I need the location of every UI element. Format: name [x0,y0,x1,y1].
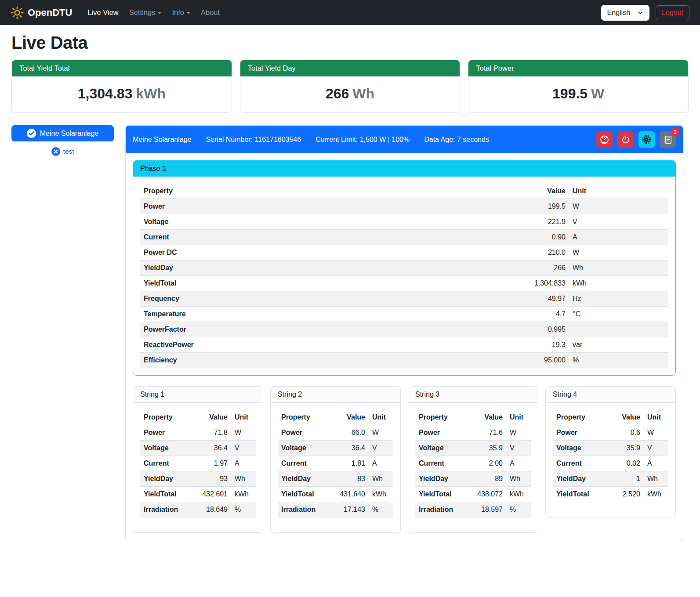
table-row: PowerFactor0.995 [140,322,668,337]
table-cell: YieldTotal [140,487,191,502]
table-cell: Power [140,199,512,214]
navbar-right: English Logout [601,5,689,21]
cpu-icon [642,134,652,145]
table-row: Voltage36.4V [140,441,256,456]
logout-button[interactable]: Logout [656,5,689,20]
table-cell: 199.5 [512,199,569,214]
table-cell: W [369,425,393,441]
table-cell: kWh [644,487,668,502]
table-cell: W [644,425,668,441]
table-header-row: PropertyValueUnit [140,410,256,425]
table-cell: % [506,502,531,517]
caret-down-icon [158,12,161,14]
table-cell: V [506,441,531,456]
table-row: Voltage36.4V [278,441,393,456]
table-cell: Irradiation [140,502,191,517]
table-cell: Irradiation [278,502,329,517]
table-cell: Voltage [140,214,512,230]
nav-item-live-view[interactable]: Live View [83,5,122,20]
column-header: Unit [569,184,668,199]
inverter-card-body: Phase 1 PropertyValueUnitPower199.5WVolt… [126,153,683,541]
column-header: Property [415,410,466,425]
column-header: Property [553,410,608,425]
inverter-card: Meine Solaranlage Serial Number: 1161716… [125,125,683,541]
table-cell: Current [140,456,191,471]
table-row: Irradiation18.597% [415,502,531,517]
table-cell: Wh [644,471,668,487]
language-select[interactable]: English [601,5,649,21]
table-row: YieldTotal1,304.833kWh [140,276,668,291]
table-row: YieldDay83Wh [278,471,393,487]
table-cell: kWh [369,487,393,502]
column-header: Value [512,184,569,199]
table-row: YieldDay1Wh [553,471,668,487]
table-cell: A [231,456,256,471]
data-table: PropertyValueUnitPower199.5WVoltage221.9… [140,184,668,368]
navbar: OpenDTU Live View Settings Info About En… [0,0,700,25]
table-cell [569,322,668,337]
table-cell: Voltage [553,441,608,456]
table-row: YieldTotal432.601kWh [140,487,256,502]
table-cell: W [569,199,668,214]
event-log-button[interactable]: 2 [660,131,676,148]
column-header: Value [608,410,644,425]
chevron-down-icon [637,10,643,16]
table-row: YieldTotal431.640kWh [278,487,393,502]
table-cell: 18.649 [191,502,231,517]
table-row: YieldDay93Wh [140,471,256,487]
summary-card-total-yield-day: Total Yield Day 266Wh [240,60,461,113]
table-cell: Wh [569,261,668,276]
table-row: YieldTotal2.520kWh [553,487,668,502]
table-row: Power DC210.0W [140,245,668,261]
table-row: Power199.5W [140,199,668,214]
table-row: Irradiation18.649% [140,502,256,517]
data-table: PropertyValueUnitPower66.0WVoltage36.4VC… [278,410,393,517]
table-cell: Voltage [415,441,466,456]
caret-down-icon [187,12,190,14]
table-cell: A [644,456,668,471]
string-card-body: PropertyValueUnitPower71.8WVoltage36.4VC… [133,403,263,532]
sidebar-item-meine-solaranlage[interactable]: Meine Solaranlage [11,125,114,141]
table-cell: Voltage [140,441,191,456]
nav-item-about[interactable]: About [197,5,224,20]
inverter-name: Meine Solaranlage [133,136,191,144]
table-cell: 83 [329,471,369,487]
string-card-body: PropertyValueUnitPower0.6WVoltage35.9VCu… [546,403,675,517]
power-button[interactable] [617,131,634,148]
sidebar-item-label: Meine Solaranlage [40,130,98,137]
table-cell: 1,304.833 [512,276,569,291]
nav-item-info[interactable]: Info [168,5,194,20]
column-header: Unit [231,410,256,425]
table-cell: 0.6 [608,425,644,441]
summary-row: Total Yield Total 1,304.83kWh Total Yiel… [11,60,689,113]
nav-item-settings[interactable]: Settings [125,5,166,20]
table-cell: YieldTotal [415,487,466,502]
page: OpenDTU Live View Settings Info About En… [0,0,700,597]
table-cell: V [569,214,668,230]
column-header: Property [140,410,191,425]
table-cell: Irradiation [415,502,466,517]
table-row: Power71.8W [140,425,256,441]
table-cell: 35.9 [466,441,506,456]
device-info-button[interactable] [638,131,655,148]
sidebar-item-test[interactable]: test [11,147,114,156]
table-cell: 1.97 [191,456,231,471]
table-cell: 71.8 [191,425,231,441]
brand-label: OpenDTU [28,7,72,18]
table-row: Irradiation17.143% [278,502,393,517]
limit-settings-button[interactable] [596,131,613,148]
table-cell: 89 [466,471,506,487]
table-cell: A [506,456,531,471]
table-cell: YieldDay [553,471,608,487]
table-cell: YieldTotal [140,276,512,291]
brand[interactable]: OpenDTU [11,6,72,19]
column-header: Value [329,410,369,425]
language-selected-label: English [607,9,630,17]
phase-panel: Phase 1 PropertyValueUnitPower199.5WVolt… [133,160,676,376]
string-card-4: String 4PropertyValueUnitPower0.6WVoltag… [545,386,676,517]
table-cell: 432.601 [191,487,231,502]
table-cell: Current [278,456,329,471]
journal-text-icon [663,135,673,145]
table-cell: kWh [231,487,256,502]
table-cell: 35.9 [608,441,644,456]
